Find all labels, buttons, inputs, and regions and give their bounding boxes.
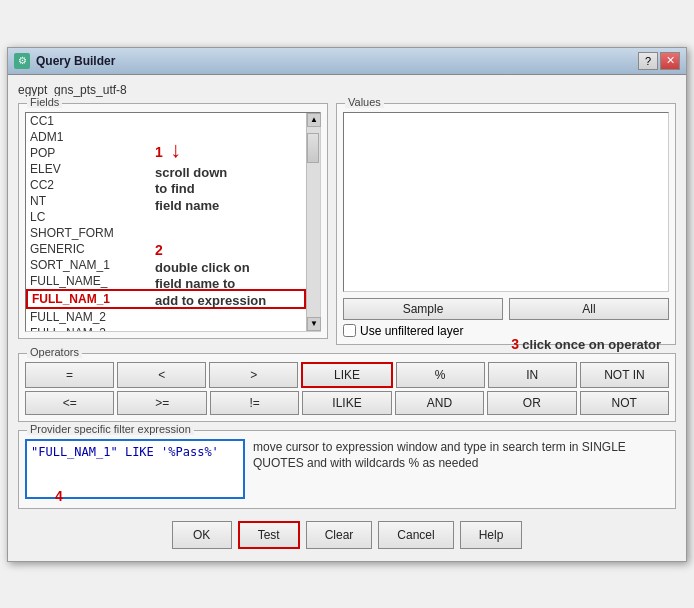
fields-wrapper: CC1ADM1POPELEVCC2NTLCSHORT_FORMGENERICSO… (25, 112, 321, 332)
operators-label: Operators (27, 346, 82, 358)
fields-scroll-area[interactable]: CC1ADM1POPELEVCC2NTLCSHORT_FORMGENERICSO… (26, 113, 306, 331)
field-item[interactable]: POP (26, 145, 306, 161)
operator-button[interactable]: != (210, 391, 299, 415)
help-titlebar-button[interactable]: ? (638, 52, 658, 70)
operator-button[interactable]: % (396, 362, 485, 388)
operator-button[interactable]: LIKE (301, 362, 392, 388)
app-icon: ⚙ (14, 53, 30, 69)
operator-button[interactable]: IN (488, 362, 577, 388)
expression-annotation-text: move cursor to expression window and typ… (253, 439, 669, 502)
field-item[interactable]: CC2 (26, 177, 306, 193)
test-button[interactable]: Test (238, 521, 300, 549)
operators-row2: <=>=!=ILIKEANDORNOT (25, 391, 669, 415)
scroll-track: ▲ ▼ (306, 113, 320, 331)
fields-panel: Fields CC1ADM1POPELEVCC2NTLCSHORT_FORMGE… (18, 103, 328, 345)
operator-button[interactable]: OR (487, 391, 576, 415)
operator-button[interactable]: < (117, 362, 206, 388)
field-item[interactable]: FULL_NAM_2 (26, 309, 306, 325)
field-item[interactable]: SORT_NAM_1 (26, 257, 306, 273)
titlebar-buttons: ? ✕ (638, 52, 680, 70)
field-item[interactable]: FULL_NAM_3 (26, 325, 306, 331)
titlebar-left: ⚙ Query Builder (14, 53, 115, 69)
field-item[interactable]: FULL_NAM_1 (26, 289, 306, 309)
expression-input[interactable] (25, 439, 245, 499)
field-item[interactable]: NT (26, 193, 306, 209)
operator-button[interactable]: = (25, 362, 114, 388)
expression-input-wrapper: 4 (25, 439, 245, 502)
scroll-down-arrow[interactable]: ▼ (307, 317, 321, 331)
layer-name: egypt_gns_pts_utf-8 (18, 83, 676, 97)
values-label: Values (345, 96, 384, 108)
operator-button[interactable]: NOT IN (580, 362, 669, 388)
close-button[interactable]: ✕ (660, 52, 680, 70)
cancel-button[interactable]: Cancel (378, 521, 453, 549)
field-item[interactable]: GENERIC (26, 241, 306, 257)
use-unfiltered-checkbox[interactable] (343, 324, 356, 337)
field-item[interactable]: ELEV (26, 161, 306, 177)
titlebar: ⚙ Query Builder ? ✕ (8, 48, 686, 75)
values-list[interactable] (343, 112, 669, 292)
clear-button[interactable]: Clear (306, 521, 373, 549)
query-builder-window: ⚙ Query Builder ? ✕ egypt_gns_pts_utf-8 … (7, 47, 687, 562)
use-unfiltered-row: Use unfiltered layer (343, 324, 669, 338)
window-content: egypt_gns_pts_utf-8 Fields CC1ADM1POPELE… (8, 75, 686, 561)
operator-button[interactable]: NOT (580, 391, 669, 415)
expression-section: Provider specific filter expression 4 mo… (18, 430, 676, 509)
operators-section: Operators 3 click once on operator =<>LI… (18, 353, 676, 422)
expression-label: Provider specific filter expression (27, 423, 194, 435)
ok-button[interactable]: OK (172, 521, 232, 549)
field-item[interactable]: SHORT_FORM (26, 225, 306, 241)
help-button[interactable]: Help (460, 521, 523, 549)
window-title: Query Builder (36, 54, 115, 68)
values-buttons: Sample All (343, 298, 669, 320)
expression-area: 4 move cursor to expression window and t… (25, 439, 669, 502)
scroll-thumb[interactable] (307, 133, 319, 163)
fields-group: Fields CC1ADM1POPELEVCC2NTLCSHORT_FORMGE… (18, 103, 328, 339)
operators-row1: =<>LIKE%INNOT IN (25, 362, 669, 388)
sample-button[interactable]: Sample (343, 298, 503, 320)
use-unfiltered-label: Use unfiltered layer (360, 324, 463, 338)
values-group: Values Sample All Use unfiltered layer (336, 103, 676, 345)
operator-button[interactable]: >= (117, 391, 206, 415)
operator-button[interactable]: AND (395, 391, 484, 415)
all-button[interactable]: All (509, 298, 669, 320)
field-item[interactable]: LC (26, 209, 306, 225)
scroll-up-arrow[interactable]: ▲ (307, 113, 321, 127)
main-panels: Fields CC1ADM1POPELEVCC2NTLCSHORT_FORMGE… (18, 103, 676, 345)
field-item[interactable]: CC1 (26, 113, 306, 129)
operator-button[interactable]: > (209, 362, 298, 388)
fields-label: Fields (27, 96, 62, 108)
field-item[interactable]: FULL_NAME_ (26, 273, 306, 289)
field-item[interactable]: ADM1 (26, 129, 306, 145)
values-panel: Values Sample All Use unfiltered layer (336, 103, 676, 345)
fields-list: CC1ADM1POPELEVCC2NTLCSHORT_FORMGENERICSO… (26, 113, 306, 331)
operator-button[interactable]: ILIKE (302, 391, 391, 415)
bottom-buttons: OK Test Clear Cancel Help (18, 517, 676, 553)
operator-button[interactable]: <= (25, 391, 114, 415)
